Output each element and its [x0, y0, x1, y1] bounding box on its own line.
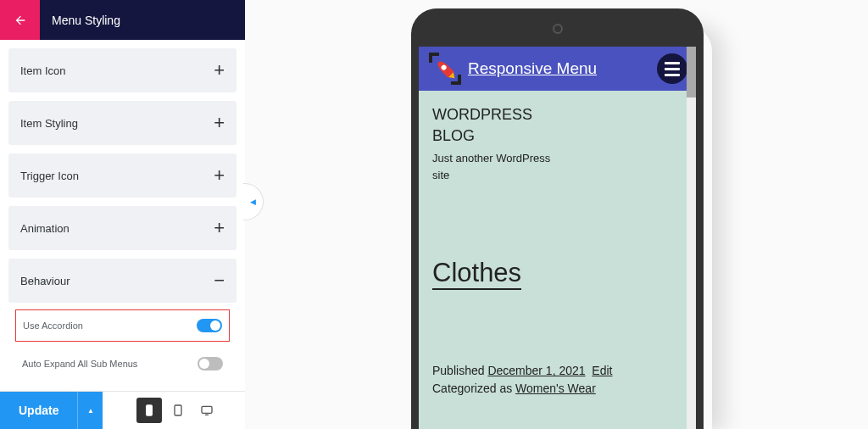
accordion-item-icon[interactable]: Item Icon +: [8, 48, 236, 92]
toggle-row-use-accordion: Use Accordion: [15, 309, 230, 342]
post-category-link[interactable]: Women's Wear: [515, 382, 596, 395]
accordion-item-styling[interactable]: Item Styling +: [8, 101, 236, 145]
accordion-label: Item Styling: [20, 117, 78, 130]
toggle-label: Use Accordion: [23, 320, 83, 331]
plus-icon: +: [214, 114, 225, 132]
device-desktop-button[interactable]: [194, 398, 220, 423]
plus-icon: +: [214, 61, 225, 80]
toggle-label: Auto Expand All Sub Menus: [22, 359, 137, 369]
toggle-use-accordion[interactable]: [197, 319, 222, 332]
device-mobile-button[interactable]: [136, 398, 162, 423]
update-button[interactable]: Update: [0, 392, 77, 430]
arrow-left-icon: [14, 14, 27, 27]
rocket-icon: [436, 59, 455, 79]
blog-title: WORDPRESS BLOG: [432, 104, 682, 147]
scrollbar-thumb[interactable]: [687, 47, 696, 98]
accordion-animation[interactable]: Animation +: [8, 206, 236, 250]
update-dropdown-button[interactable]: [77, 392, 103, 430]
accordion-label: Trigger Icon: [20, 170, 79, 182]
blog-tagline: Just another WordPress site: [432, 150, 682, 183]
toggle-row-auto-expand-all: Auto Expand All Sub Menus: [15, 347, 230, 381]
back-button[interactable]: [0, 0, 40, 40]
preview-screen: Responsive Menu WORDPRESS BLOG Just anot…: [419, 47, 696, 429]
accordion-label: Behaviour: [20, 275, 70, 287]
desktop-icon: [200, 404, 214, 417]
post-date-link[interactable]: December 1, 2021: [487, 364, 585, 377]
phone-camera-icon: [553, 24, 563, 34]
collapse-sidebar-button[interactable]: [243, 183, 264, 220]
device-tablet-button[interactable]: [165, 398, 191, 423]
tablet-icon: [171, 404, 185, 417]
post-meta: Published December 1, 2021 Edit Categori…: [432, 362, 682, 398]
post-edit-link[interactable]: Edit: [592, 364, 612, 377]
svg-rect-0: [147, 405, 153, 415]
panel-title: Menu Styling: [52, 14, 120, 27]
post-title-link[interactable]: Clothes: [432, 258, 521, 290]
site-logo[interactable]: [427, 51, 463, 86]
preview-phone-frame: Responsive Menu WORDPRESS BLOG Just anot…: [411, 8, 704, 429]
plus-icon: +: [214, 219, 225, 237]
scrollbar[interactable]: [687, 47, 696, 429]
site-title-link[interactable]: Responsive Menu: [468, 59, 597, 78]
accordion-label: Animation: [20, 222, 70, 235]
accordion-behaviour[interactable]: Behaviour −: [8, 259, 236, 303]
mobile-icon: [142, 404, 156, 417]
svg-rect-2: [202, 406, 212, 413]
toggle-auto-expand-all[interactable]: [198, 357, 223, 370]
hamburger-menu-button[interactable]: [657, 53, 687, 84]
accordion-label: Item Icon: [20, 64, 65, 77]
svg-rect-1: [175, 405, 181, 415]
minus-icon: −: [214, 271, 225, 290]
plus-icon: +: [214, 166, 225, 185]
accordion-trigger-icon[interactable]: Trigger Icon +: [8, 153, 236, 198]
